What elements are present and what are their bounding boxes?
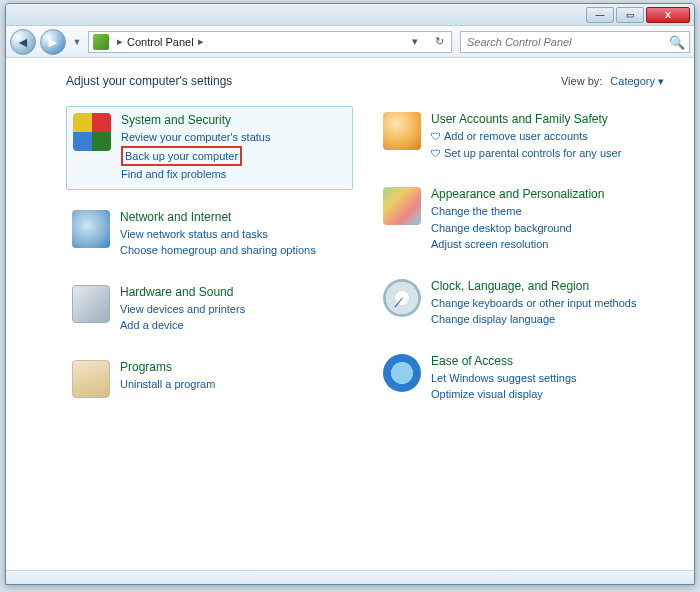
network-icon: [72, 210, 110, 248]
category-title-system-and-security[interactable]: System and Security: [121, 113, 346, 127]
content-area: Adjust your computer's settings View by:…: [6, 58, 694, 570]
hardware-icon: [72, 285, 110, 323]
category-body: User Accounts and Family SafetyAdd or re…: [431, 112, 658, 161]
link-review-your-computer-s-status[interactable]: Review your computer's status: [121, 129, 346, 146]
forward-button[interactable]: ►: [40, 29, 66, 55]
category-body: Network and InternetView network status …: [120, 210, 347, 259]
control-panel-icon: [93, 34, 109, 50]
breadcrumb-sep-2[interactable]: ▸: [194, 35, 208, 48]
link-change-desktop-background[interactable]: Change desktop background: [431, 220, 658, 237]
link-add-a-device[interactable]: Add a device: [120, 317, 347, 334]
link-let-windows-suggest-settings[interactable]: Let Windows suggest settings: [431, 370, 658, 387]
view-by-label: View by:: [561, 75, 602, 87]
left-column: System and SecurityReview your computer'…: [66, 106, 353, 409]
category-appearance-and-personalization: Appearance and PersonalizationChange the…: [377, 181, 664, 259]
search-box[interactable]: 🔍: [460, 31, 690, 53]
category-body: Appearance and PersonalizationChange the…: [431, 187, 658, 253]
link-uninstall-a-program[interactable]: Uninstall a program: [120, 376, 347, 393]
view-by: View by: Category ▾: [561, 75, 664, 88]
category-title-programs[interactable]: Programs: [120, 360, 347, 374]
category-body: Clock, Language, and RegionChange keyboa…: [431, 279, 658, 328]
page-heading: Adjust your computer's settings: [66, 74, 232, 88]
category-ease-of-access: Ease of AccessLet Windows suggest settin…: [377, 348, 664, 409]
category-clock-language-and-region: Clock, Language, and RegionChange keyboa…: [377, 273, 664, 334]
statusbar: [6, 570, 694, 584]
link-change-display-language[interactable]: Change display language: [431, 311, 658, 328]
close-button[interactable]: X: [646, 7, 690, 23]
link-change-keyboards-or-other-input-methods[interactable]: Change keyboards or other input methods: [431, 295, 658, 312]
link-set-up-parental-controls-for-any-user[interactable]: Set up parental controls for any user: [431, 145, 658, 162]
link-choose-homegroup-and-sharing-options[interactable]: Choose homegroup and sharing options: [120, 242, 347, 259]
control-panel-window: — ▭ X ◄ ► ▼ ▸ Control Panel ▸ ▾ ↻ 🔍 Adju…: [5, 3, 695, 585]
minimize-button[interactable]: —: [586, 7, 614, 23]
navbar: ◄ ► ▼ ▸ Control Panel ▸ ▾ ↻ 🔍: [6, 26, 694, 58]
breadcrumb-sep: ▸: [113, 35, 127, 48]
category-body: System and SecurityReview your computer'…: [121, 113, 346, 183]
back-button[interactable]: ◄: [10, 29, 36, 55]
refresh-button[interactable]: ↻: [427, 35, 451, 48]
search-input[interactable]: [467, 36, 669, 48]
category-title-hardware-and-sound[interactable]: Hardware and Sound: [120, 285, 347, 299]
link-find-and-fix-problems[interactable]: Find and fix problems: [121, 166, 346, 183]
category-hardware-and-sound: Hardware and SoundView devices and print…: [66, 279, 353, 340]
link-optimize-visual-display[interactable]: Optimize visual display: [431, 386, 658, 403]
view-by-value: Category: [610, 75, 655, 87]
category-title-user-accounts-and-family-safety[interactable]: User Accounts and Family Safety: [431, 112, 658, 126]
link-add-or-remove-user-accounts[interactable]: Add or remove user accounts: [431, 128, 658, 145]
category-title-clock-language-and-region[interactable]: Clock, Language, and Region: [431, 279, 658, 293]
highlight-box: Back up your computer: [121, 146, 242, 167]
maximize-button[interactable]: ▭: [616, 7, 644, 23]
programs-icon: [72, 360, 110, 398]
ease-icon: [383, 354, 421, 392]
chevron-down-icon: ▾: [658, 75, 664, 88]
link-view-devices-and-printers[interactable]: View devices and printers: [120, 301, 347, 318]
search-icon[interactable]: 🔍: [669, 35, 683, 49]
titlebar: — ▭ X: [6, 4, 694, 26]
right-column: User Accounts and Family SafetyAdd or re…: [377, 106, 664, 409]
category-body: Ease of AccessLet Windows suggest settin…: [431, 354, 658, 403]
category-network-and-internet: Network and InternetView network status …: [66, 204, 353, 265]
link-back-up-your-computer[interactable]: Back up your computer: [121, 146, 346, 167]
appearance-icon: [383, 187, 421, 225]
category-programs: ProgramsUninstall a program: [66, 354, 353, 404]
category-title-appearance-and-personalization[interactable]: Appearance and Personalization: [431, 187, 658, 201]
category-user-accounts-and-family-safety: User Accounts and Family SafetyAdd or re…: [377, 106, 664, 167]
category-title-network-and-internet[interactable]: Network and Internet: [120, 210, 347, 224]
history-dropdown[interactable]: ▼: [70, 33, 84, 51]
clock-icon: [383, 279, 421, 317]
category-title-ease-of-access[interactable]: Ease of Access: [431, 354, 658, 368]
link-change-the-theme[interactable]: Change the theme: [431, 203, 658, 220]
address-dropdown[interactable]: ▾: [403, 35, 427, 48]
category-system-and-security: System and SecurityReview your computer'…: [66, 106, 353, 190]
link-adjust-screen-resolution[interactable]: Adjust screen resolution: [431, 236, 658, 253]
security-icon: [73, 113, 111, 151]
category-grid: System and SecurityReview your computer'…: [66, 106, 664, 409]
users-icon: [383, 112, 421, 150]
link-view-network-status-and-tasks[interactable]: View network status and tasks: [120, 226, 347, 243]
view-by-dropdown[interactable]: Category ▾: [610, 75, 664, 88]
address-bar[interactable]: ▸ Control Panel ▸ ▾ ↻: [88, 31, 452, 53]
breadcrumb-root[interactable]: Control Panel: [127, 36, 194, 48]
category-body: Hardware and SoundView devices and print…: [120, 285, 347, 334]
category-body: ProgramsUninstall a program: [120, 360, 347, 398]
